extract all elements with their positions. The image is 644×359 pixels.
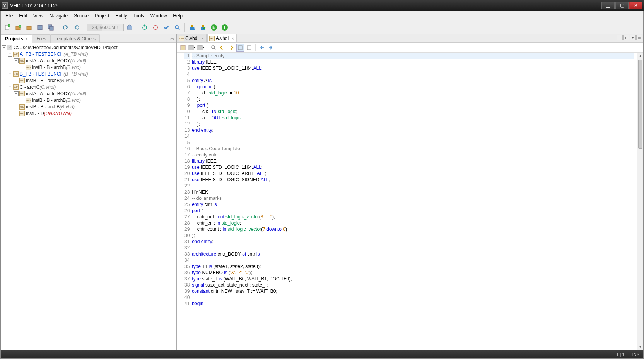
- scroll-up-icon[interactable]: ▲: [637, 53, 643, 59]
- scroll-down-icon[interactable]: ▼: [637, 344, 643, 350]
- clean-check-icon[interactable]: [198, 22, 208, 33]
- collapse-icon[interactable]: −: [8, 52, 12, 57]
- source-view-icon[interactable]: [179, 44, 187, 52]
- code-line[interactable]: cntr_count : in std_logic_vector(7 downt…: [192, 226, 634, 232]
- tab-dropdown-icon[interactable]: ▾: [630, 35, 636, 40]
- code-line[interactable]: [192, 71, 634, 77]
- titlebar[interactable]: V VHDT 201210011125 ▁ ▢ ✕: [0, 0, 644, 11]
- tree-item[interactable]: VHDinstB - B - archB (B.vhd): [2, 103, 176, 110]
- code-line[interactable]: library IEEE;: [192, 158, 634, 164]
- code-line[interactable]: signal state_act, state_next : state_T;: [192, 282, 634, 288]
- history-back-icon[interactable]: ▾: [188, 44, 196, 52]
- minimize-button[interactable]: ▁: [601, 2, 615, 9]
- code-line[interactable]: clk : IN std_logic;: [192, 108, 634, 115]
- code-line[interactable]: -- dollar marks: [192, 195, 634, 201]
- code-line[interactable]: use IEEE.STD_LOGIC_1164.ALL;: [192, 65, 634, 71]
- code-line[interactable]: generic (: [192, 84, 634, 90]
- close-icon[interactable]: ×: [232, 36, 234, 41]
- find-selection-icon[interactable]: [210, 44, 217, 52]
- save-all-icon[interactable]: [46, 22, 56, 33]
- toggle-bookmark-icon[interactable]: [245, 44, 253, 52]
- code-line[interactable]: d : std_logic := 10: [192, 90, 634, 96]
- redo-icon[interactable]: [72, 22, 82, 33]
- code-line[interactable]: use IEEE.STD_LOGIC_SIGNED.ALL;: [192, 177, 634, 183]
- menu-view[interactable]: View: [30, 12, 46, 20]
- new-project-icon[interactable]: [13, 22, 23, 33]
- code-line[interactable]: entity cntr is: [192, 201, 634, 208]
- editor-tab-a-vhdl[interactable]: VHDA.vhdl×: [207, 34, 237, 42]
- collapse-icon[interactable]: −: [14, 91, 19, 96]
- code-line[interactable]: HYNEK: [192, 189, 634, 195]
- code-line[interactable]: use IEEE.STD_LOGIC_1164.ALL;: [192, 164, 634, 170]
- code-line[interactable]: begin: [192, 301, 634, 307]
- new-file-icon[interactable]: [2, 22, 12, 33]
- shift-right-icon[interactable]: [267, 44, 275, 52]
- collapse-icon[interactable]: −: [14, 58, 19, 63]
- check-icon[interactable]: [161, 22, 171, 33]
- save-icon[interactable]: [35, 22, 45, 33]
- code-line[interactable]: constant cntr_NEW : stav_T := WAIT_B0;: [192, 288, 634, 294]
- tree-item[interactable]: VHDinstB - B - archB (B.vhd): [2, 64, 176, 70]
- menu-window[interactable]: Window: [147, 12, 170, 20]
- memory-indicator[interactable]: 24,8/60,6MB: [87, 24, 124, 31]
- editor-tab-c-vhdl[interactable]: VHDC.vhdl×: [177, 34, 207, 42]
- tab-maximize-icon[interactable]: ▭: [636, 35, 642, 40]
- side-panel-minimize-icon[interactable]: ▭: [169, 36, 175, 41]
- tree-item[interactable]: −VHDB_TB - TESTBENCH (B_TB.vhdl): [2, 70, 176, 77]
- scrollbar-thumb[interactable]: [638, 60, 642, 149]
- find-next-icon[interactable]: [227, 44, 235, 52]
- menu-edit[interactable]: Edit: [16, 12, 30, 20]
- menu-source[interactable]: Source: [71, 12, 92, 20]
- code-line[interactable]: -- entity cntr: [192, 152, 634, 158]
- side-tab-files[interactable]: Files: [32, 34, 50, 43]
- search-icon[interactable]: [172, 22, 182, 33]
- history-fwd-icon[interactable]: ▾: [197, 44, 205, 52]
- code-line[interactable]: a : OUT std_logic: [192, 115, 634, 121]
- code-line[interactable]: type state_T is (WAIT_B0, WAIT_B1, POCIT…: [192, 276, 634, 282]
- vertical-scrollbar[interactable]: ▲ ▼: [637, 53, 643, 350]
- menu-file[interactable]: File: [2, 12, 16, 20]
- maximize-button[interactable]: ▢: [615, 2, 629, 9]
- code-line[interactable]: [192, 294, 634, 301]
- tree-root[interactable]: − V C:/Users/Honzee/Documents/SampleVHDL…: [2, 44, 176, 51]
- undo-icon[interactable]: [61, 22, 71, 33]
- menu-project[interactable]: Project: [92, 12, 112, 20]
- tree-item[interactable]: VHDinstB - B - archB (B.vhd): [2, 97, 176, 103]
- code-line[interactable]: end entity;: [192, 127, 634, 133]
- tree-item[interactable]: −VHDA_TB - TESTBENCH (A_TB.vhdl): [2, 51, 176, 57]
- tab-scroll-left-icon[interactable]: ◂: [617, 35, 623, 40]
- code-line[interactable]: );: [192, 96, 634, 102]
- code-line[interactable]: architecture cntr_BODY of cntr is: [192, 251, 634, 257]
- code-line[interactable]: [192, 257, 634, 263]
- close-icon[interactable]: ×: [26, 37, 28, 41]
- code-line[interactable]: cntr_out : out std_logic_vector(3 to 0);: [192, 214, 634, 220]
- code-line[interactable]: type T1 is (state1, state2, state3);: [192, 263, 634, 270]
- code-line[interactable]: entity A is: [192, 77, 634, 84]
- code-line[interactable]: library IEEE;: [192, 59, 634, 65]
- menu-entity[interactable]: Entity: [113, 12, 130, 20]
- code-line[interactable]: [192, 245, 634, 251]
- code-line[interactable]: end entity;: [192, 239, 634, 245]
- collapse-icon[interactable]: −: [2, 45, 6, 50]
- code-line[interactable]: port (: [192, 102, 634, 108]
- code-line[interactable]: -- Sample entity: [192, 53, 634, 59]
- tree-item[interactable]: VHDinstB - B - archB (B.vhd): [2, 77, 176, 84]
- menu-tools[interactable]: Tools: [130, 12, 147, 20]
- entity-icon[interactable]: E: [209, 22, 219, 33]
- clean-icon[interactable]: [187, 22, 197, 33]
- garbage-collect-icon[interactable]: [125, 22, 135, 33]
- open-project-icon[interactable]: [24, 22, 34, 33]
- code-line[interactable]: );: [192, 232, 634, 239]
- project-tree[interactable]: − V C:/Users/Honzee/Documents/SampleVHDL…: [1, 43, 176, 350]
- collapse-icon[interactable]: −: [8, 85, 12, 89]
- code-line[interactable]: use IEEE.STD_LOGIC_ARITH.ALL;: [192, 170, 634, 177]
- code-line[interactable]: [192, 133, 634, 139]
- code-line[interactable]: cntr_en : in std_logic;: [192, 220, 634, 226]
- menu-navigate[interactable]: Navigate: [46, 12, 71, 20]
- code-line[interactable]: [192, 183, 634, 189]
- template-icon[interactable]: T: [220, 22, 230, 33]
- close-icon[interactable]: ×: [202, 36, 204, 41]
- shift-left-icon[interactable]: [258, 44, 266, 52]
- collapse-icon[interactable]: −: [8, 72, 12, 76]
- code-line[interactable]: [192, 139, 634, 146]
